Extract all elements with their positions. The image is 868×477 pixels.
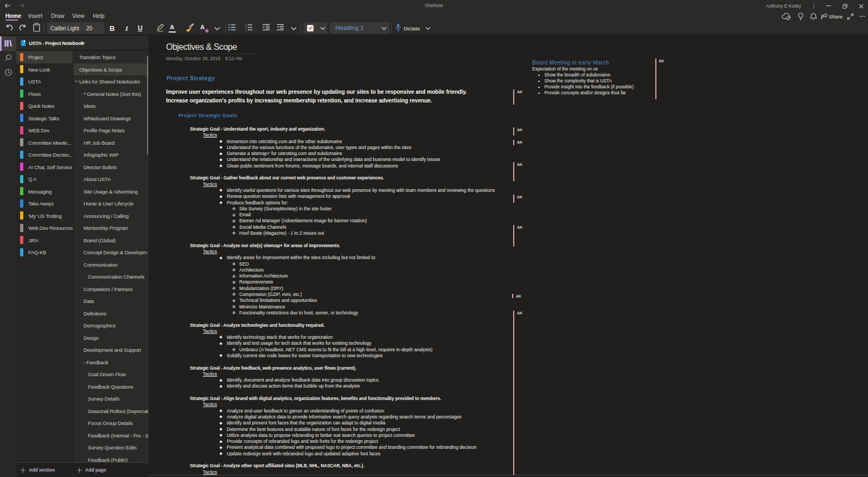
svg-text:3: 3 — [245, 29, 247, 31]
